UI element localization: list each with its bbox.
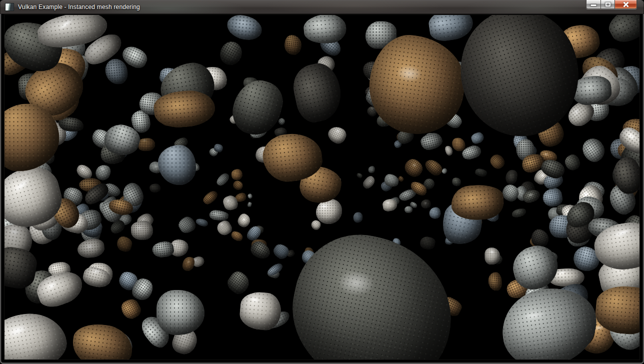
rock (158, 145, 196, 185)
rock (368, 166, 376, 174)
specular-highlight (10, 228, 20, 236)
rock (232, 179, 245, 192)
specular-highlight (613, 226, 633, 238)
specular-highlight (142, 140, 147, 142)
specular-highlight (447, 148, 449, 150)
rock (230, 168, 243, 181)
rock (356, 172, 364, 179)
rock (302, 15, 348, 46)
rock (201, 188, 220, 206)
specular-highlight (490, 250, 495, 254)
rock (156, 290, 204, 335)
rock (578, 134, 608, 166)
specular-highlight (544, 153, 548, 156)
rock (138, 138, 155, 151)
rock (4, 308, 70, 360)
rock (152, 240, 175, 258)
rock (428, 206, 442, 220)
rock (216, 38, 246, 70)
rock (604, 15, 640, 48)
rock (488, 272, 502, 291)
rock (131, 220, 154, 240)
title-bar[interactable]: Vulkan Example - Instanced mesh renderin… (0, 0, 644, 14)
close-button[interactable] (614, 0, 637, 9)
rock (289, 60, 346, 126)
rock (419, 132, 444, 152)
specular-highlight (220, 223, 224, 226)
rock (176, 214, 198, 236)
rock (420, 198, 432, 210)
rock (404, 206, 412, 214)
specular-highlight (6, 322, 29, 340)
specular-highlight (46, 280, 58, 292)
specular-highlight (86, 244, 93, 250)
specular-highlight (336, 130, 341, 133)
specular-highlight (540, 174, 545, 178)
rock (236, 212, 252, 228)
specular-highlight (100, 167, 106, 172)
rock (149, 184, 160, 193)
rock (352, 212, 362, 222)
specular-highlight (412, 163, 418, 168)
rock (209, 209, 230, 222)
window-title: Vulkan Example - Instanced mesh renderin… (18, 4, 140, 10)
specular-highlight (92, 270, 101, 273)
rock (214, 171, 232, 188)
rock (488, 152, 506, 171)
rock (422, 157, 444, 178)
close-icon (622, 1, 629, 8)
rock (76, 238, 105, 259)
specular-highlight (320, 204, 328, 208)
specular-highlight (81, 168, 86, 171)
specular-highlight (627, 132, 637, 140)
rock (283, 34, 302, 56)
specular-highlight (558, 270, 566, 276)
specular-highlight (528, 193, 534, 196)
app-window: Vulkan Example - Instanced mesh renderin… (0, 0, 644, 364)
rock (247, 202, 252, 208)
rock (470, 131, 486, 144)
rock (181, 256, 196, 273)
specular-highlight (368, 180, 372, 183)
specular-highlight (400, 178, 402, 179)
rock (116, 235, 134, 253)
rock (452, 178, 462, 187)
rock (511, 207, 527, 218)
rock (119, 296, 144, 321)
app-icon (5, 3, 14, 11)
window-controls (586, 0, 637, 9)
maximize-icon (606, 2, 610, 6)
rock (326, 124, 349, 146)
rock (271, 242, 291, 261)
rock (563, 152, 582, 172)
rock (278, 222, 466, 360)
specular-highlight (386, 201, 390, 204)
rock (238, 290, 282, 332)
minimize-button[interactable] (586, 0, 600, 9)
rock (224, 268, 253, 298)
rock (248, 193, 253, 199)
specular-highlight (396, 64, 422, 82)
specular-highlight (574, 108, 580, 116)
specular-highlight (186, 260, 190, 264)
maximize-button[interactable] (600, 0, 614, 9)
rock (474, 168, 488, 178)
window-frame-inner (4, 15, 640, 360)
rock (226, 15, 264, 42)
rock (196, 218, 210, 228)
rock (104, 58, 128, 85)
specular-highlight (70, 192, 76, 194)
specular-highlight (136, 226, 142, 230)
minimize-icon (591, 4, 596, 6)
specular-highlight (522, 309, 547, 322)
rock (505, 169, 518, 185)
specular-highlight (226, 199, 230, 202)
specular-highlight (370, 108, 374, 110)
rock (419, 236, 436, 250)
render-viewport[interactable] (4, 15, 640, 360)
rock (230, 230, 244, 242)
specular-highlight (11, 176, 32, 195)
specular-highlight (57, 17, 74, 32)
rock (361, 174, 377, 191)
specular-highlight (242, 218, 246, 221)
